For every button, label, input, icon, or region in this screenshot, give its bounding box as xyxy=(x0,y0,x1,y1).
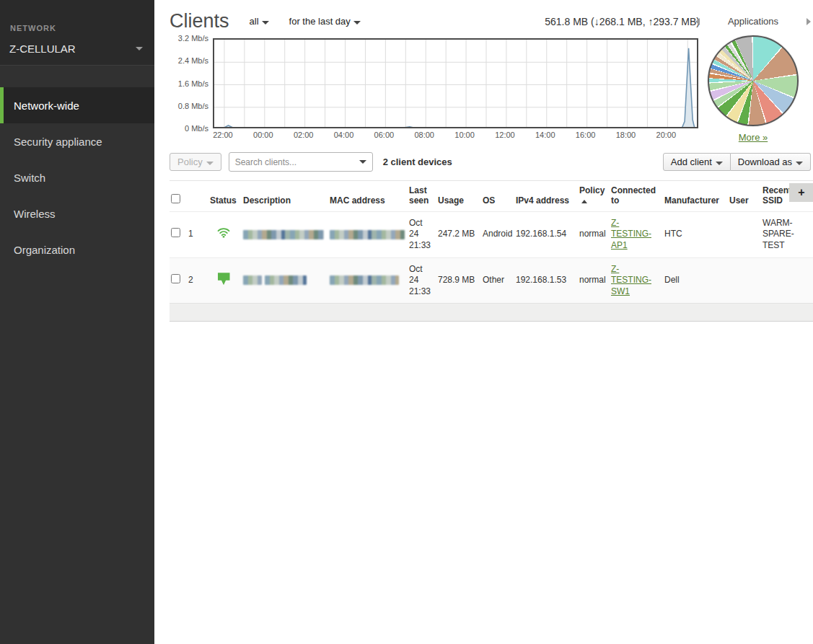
clients-toolbar: Policy 2 client devices Add client Downl… xyxy=(170,152,813,172)
prev-widget-arrow-icon[interactable] xyxy=(695,18,700,25)
mac-address-cell xyxy=(328,257,408,303)
censored-description xyxy=(243,230,324,239)
applications-widget: Applications More » xyxy=(695,16,811,144)
wired-client-icon xyxy=(218,273,230,285)
select-all-checkbox[interactable] xyxy=(171,194,180,203)
column-header-label: User xyxy=(729,195,749,206)
table-header-row: StatusDescriptionMAC addressLast seenUsa… xyxy=(170,181,813,211)
column-header-label: Status xyxy=(210,195,237,206)
applications-title: Applications xyxy=(728,16,778,27)
chevron-down-icon xyxy=(716,162,723,165)
column-header-user[interactable]: User xyxy=(728,181,761,211)
status-cell xyxy=(208,211,242,257)
row-checkbox[interactable] xyxy=(171,274,180,283)
chevron-down-icon[interactable] xyxy=(359,160,366,164)
chevron-down-icon xyxy=(353,21,361,25)
usage-cell: 728.9 MB xyxy=(436,257,481,303)
x-tick-label: 16:00 xyxy=(576,131,596,139)
sidebar-item-network-wide[interactable]: Network-wide xyxy=(0,87,154,123)
add-client-button[interactable]: Add client xyxy=(663,153,731,171)
client-row: 1Oct 24 21:33247.2 MBAndroid192.168.1.54… xyxy=(170,211,813,257)
time-range-dropdown[interactable]: for the last day xyxy=(289,16,361,27)
policy-dropdown-button[interactable]: Policy xyxy=(170,153,221,171)
client-scope-dropdown[interactable]: all xyxy=(250,16,269,27)
x-tick-label: 06:00 xyxy=(374,131,395,139)
sidebar-item-switch[interactable]: Switch xyxy=(0,159,154,195)
column-header-label: Policy xyxy=(579,185,605,195)
sidebar-item-label: Organization xyxy=(14,244,75,256)
clients-table: StatusDescriptionMAC addressLast seenUsa… xyxy=(170,181,813,303)
y-tick-label: 0 Mb/s xyxy=(185,124,208,133)
column-header-conn[interactable]: Connected to xyxy=(610,181,663,211)
usage-time-series-chart xyxy=(213,38,698,128)
row-select-cell xyxy=(170,211,187,257)
search-clients-input[interactable] xyxy=(229,152,373,172)
client-device-count: 2 client devices xyxy=(383,156,452,167)
network-name: Z-CELLULAR xyxy=(9,43,76,55)
wifi-signal-icon xyxy=(217,227,230,238)
user-cell xyxy=(728,211,761,257)
column-header-seen[interactable]: Last seen xyxy=(408,181,436,211)
x-tick-label: 04:00 xyxy=(334,131,354,139)
column-header-label: IPv4 address xyxy=(516,195,569,206)
x-tick-label: 22:00 xyxy=(213,131,233,139)
add-column-button[interactable]: + xyxy=(789,183,813,202)
download-as-button[interactable]: Download as xyxy=(731,153,811,171)
x-tick-label: 10:00 xyxy=(454,131,475,139)
column-header-num xyxy=(187,181,208,211)
chevron-down-icon xyxy=(796,162,803,165)
description-cell[interactable] xyxy=(242,257,328,303)
censored-description xyxy=(265,275,307,285)
column-header-policy[interactable]: Policy xyxy=(578,181,610,211)
applications-pie-chart[interactable] xyxy=(708,35,799,126)
network-selector[interactable]: Z-CELLULAR xyxy=(0,32,154,55)
column-header-os[interactable]: OS xyxy=(481,181,514,211)
y-tick-label: 3.2 Mb/s xyxy=(178,34,208,43)
usage-summary: 561.8 MB (↓268.1 MB, ↑293.7 MB) xyxy=(545,16,700,27)
policy-cell: normal xyxy=(578,211,610,257)
column-header-label: OS xyxy=(483,195,495,206)
applications-more-link[interactable]: More » xyxy=(739,132,768,143)
last-seen-cell: Oct 24 21:33 xyxy=(408,257,436,303)
table-footer xyxy=(170,303,813,322)
usage-chart-y-axis: 3.2 Mb/s2.4 Mb/s1.6 Mb/s0.8 Mb/s0 Mb/s xyxy=(170,38,213,128)
column-header-cb xyxy=(170,181,187,211)
column-header-label: Recent SSID xyxy=(763,185,791,206)
column-header-label: Connected to xyxy=(611,185,656,206)
user-cell xyxy=(728,257,761,303)
status-cell xyxy=(208,257,242,303)
client-row: 2Oct 24 21:33728.9 MBOther192.168.1.53no… xyxy=(170,257,813,303)
connected-to-cell: Z-TESTING-SW1 xyxy=(610,257,663,303)
column-header-label: Description xyxy=(243,195,291,206)
sidebar-item-label: Switch xyxy=(14,172,45,184)
censored-mac-address xyxy=(330,275,399,285)
next-widget-arrow-icon[interactable] xyxy=(807,18,811,25)
ipv4-cell: 192.168.1.53 xyxy=(514,257,578,303)
row-checkbox[interactable] xyxy=(171,228,180,237)
column-header-label: MAC address xyxy=(330,195,385,206)
chevron-down-icon xyxy=(262,21,269,25)
network-section: NETWORK Z-CELLULAR xyxy=(0,0,154,66)
connected-device-link[interactable]: Z-TESTING-SW1 xyxy=(611,264,651,296)
sidebar-item-label: Security appliance xyxy=(14,136,102,148)
sidebar-item-wireless[interactable]: Wireless xyxy=(0,195,154,231)
column-header-usage[interactable]: Usage xyxy=(436,181,481,211)
column-header-mac[interactable]: MAC address xyxy=(328,181,408,211)
x-tick-label: 18:00 xyxy=(616,131,636,139)
y-tick-label: 0.8 Mb/s xyxy=(178,102,208,110)
row-number-cell: 2 xyxy=(187,257,208,303)
sidebar-item-security-appliance[interactable]: Security appliance xyxy=(0,123,154,159)
connected-device-link[interactable]: Z-TESTING-AP1 xyxy=(611,218,651,250)
sidebar-item-organization[interactable]: Organization xyxy=(0,231,154,268)
column-header-desc[interactable]: Description xyxy=(242,181,328,211)
column-header-status[interactable]: Status xyxy=(208,181,242,211)
censored-mac-address xyxy=(330,230,405,239)
x-tick-label: 02:00 xyxy=(294,131,314,139)
x-tick-label: 14:00 xyxy=(535,131,555,139)
y-tick-label: 2.4 Mb/s xyxy=(178,56,208,65)
sidebar-nav: Network-wideSecurity applianceSwitchWire… xyxy=(0,87,154,268)
column-header-manuf[interactable]: Manufacturer xyxy=(663,181,728,211)
column-header-ip[interactable]: IPv4 address xyxy=(514,181,578,211)
chevron-down-icon xyxy=(136,47,143,50)
description-cell[interactable] xyxy=(242,211,328,257)
